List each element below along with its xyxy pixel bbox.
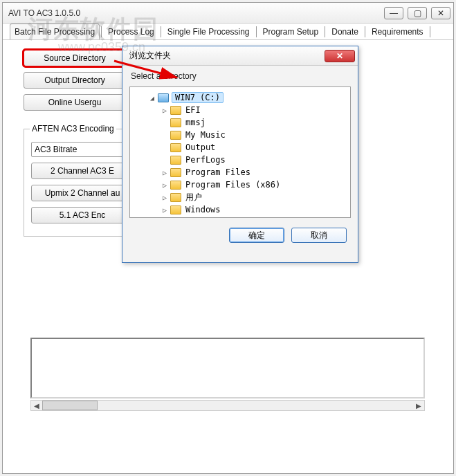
tree-node-label: 用户 — [184, 192, 203, 203]
source-directory-button[interactable]: Source Directory — [24, 50, 126, 66]
window-title: AVI TO AC3 1.0.5.0 — [6, 8, 380, 18]
tree-node[interactable]: ◢WIN7 (C:) — [133, 91, 347, 104]
tree-node-label: My Music — [184, 130, 227, 140]
folder-icon — [170, 143, 181, 152]
online-userguide-button[interactable]: Online Usergu — [24, 94, 126, 111]
close-button[interactable]: ✕ — [431, 7, 450, 19]
folder-icon — [170, 180, 181, 190]
minimize-button[interactable]: — — [384, 7, 403, 19]
tab-bar: Batch File Processing Process Log Single… — [3, 24, 453, 40]
folder-icon — [170, 118, 181, 127]
tab-single[interactable]: Single File Processing — [163, 24, 255, 39]
folder-icon — [170, 155, 181, 165]
tab-setup[interactable]: Program Setup — [258, 24, 324, 39]
folder-icon — [170, 130, 181, 140]
expand-icon[interactable]: ▷ — [161, 107, 169, 114]
expand-icon[interactable]: ▷ — [161, 169, 169, 176]
tree-node[interactable]: ▷Program Files (x86) — [133, 178, 347, 191]
tree-node-label: WIN7 (C:) — [172, 92, 224, 103]
folder-icon — [170, 105, 181, 115]
expand-icon[interactable]: ▷ — [161, 194, 169, 201]
tree-node[interactable]: ▷Program Files — [133, 166, 347, 178]
bitrate-field[interactable] — [31, 142, 134, 157]
maximize-button[interactable]: ▢ — [408, 7, 427, 19]
tree-node-label: Program Files (x86) — [184, 180, 282, 190]
folder-icon — [170, 205, 181, 214]
tab-donate[interactable]: Donate — [327, 24, 363, 39]
tree-node-label: Program Files — [184, 167, 252, 177]
drive-icon — [158, 93, 169, 102]
folder-icon — [170, 167, 181, 177]
upmix-button[interactable]: Upmix 2 Channel au — [31, 185, 134, 201]
tab-batch[interactable]: Batch File Processing — [10, 24, 100, 39]
encoding-legend: AFTEN AC3 Encoding — [30, 124, 116, 134]
dialog-title-bar: 浏览文件夹 ✕ — [122, 46, 358, 66]
tree-node[interactable]: ▷用户 — [133, 191, 347, 203]
expand-icon[interactable]: ▷ — [161, 206, 169, 214]
dialog-prompt: Select a Directory — [131, 71, 351, 81]
tree-node-label: Windows — [184, 205, 222, 214]
folder-tree[interactable]: ◢WIN7 (C:)▷EFImmsjMy MusicOutputPerfLogs… — [129, 86, 351, 218]
scroll-thumb[interactable] — [42, 401, 98, 410]
dialog-title: 浏览文件夹 — [129, 50, 325, 62]
folder-icon — [170, 192, 181, 202]
scroll-track[interactable] — [42, 401, 413, 410]
tree-node[interactable]: Output — [133, 141, 347, 154]
title-bar: AVI TO AC3 1.0.5.0 — ▢ ✕ — [3, 3, 453, 24]
tree-node[interactable]: My Music — [133, 129, 347, 141]
tree-node[interactable]: mmsj — [133, 116, 347, 129]
log-textarea[interactable] — [30, 338, 425, 399]
tab-log[interactable]: Process Log — [103, 24, 159, 39]
two-channel-button[interactable]: 2 Channel AC3 E — [31, 163, 134, 179]
dialog-close-button[interactable]: ✕ — [325, 50, 355, 62]
output-directory-button[interactable]: Output Directory — [24, 72, 126, 89]
tree-node[interactable]: ▷Windows — [133, 203, 347, 216]
tree-node-label: mmsj — [184, 118, 207, 127]
expand-icon[interactable]: ◢ — [148, 94, 156, 102]
dialog-ok-button[interactable]: 确定 — [229, 228, 284, 243]
dialog-body: Select a Directory ◢WIN7 (C:)▷EFImmsjMy … — [122, 66, 358, 251]
tree-node-label: EFI — [184, 105, 202, 115]
scroll-left-icon[interactable]: ◀ — [31, 401, 42, 410]
horizontal-scrollbar[interactable]: ◀ ▶ — [30, 400, 425, 411]
dialog-cancel-button[interactable]: 取消 — [291, 228, 347, 243]
tree-node-label: PerfLogs — [184, 155, 227, 165]
tree-node[interactable]: ▷EFI — [133, 104, 347, 116]
tab-requirements[interactable]: Requirements — [367, 24, 428, 39]
tree-node[interactable]: PerfLogs — [133, 154, 347, 166]
tree-node-label: Output — [184, 143, 217, 152]
scroll-right-icon[interactable]: ▶ — [413, 401, 424, 410]
dialog-buttons: 确定 取消 — [129, 218, 351, 244]
five-one-button[interactable]: 5.1 AC3 Enc — [31, 207, 134, 223]
expand-icon[interactable]: ▷ — [161, 181, 169, 189]
browse-folder-dialog: 浏览文件夹 ✕ Select a Directory ◢WIN7 (C:)▷EF… — [122, 46, 358, 263]
